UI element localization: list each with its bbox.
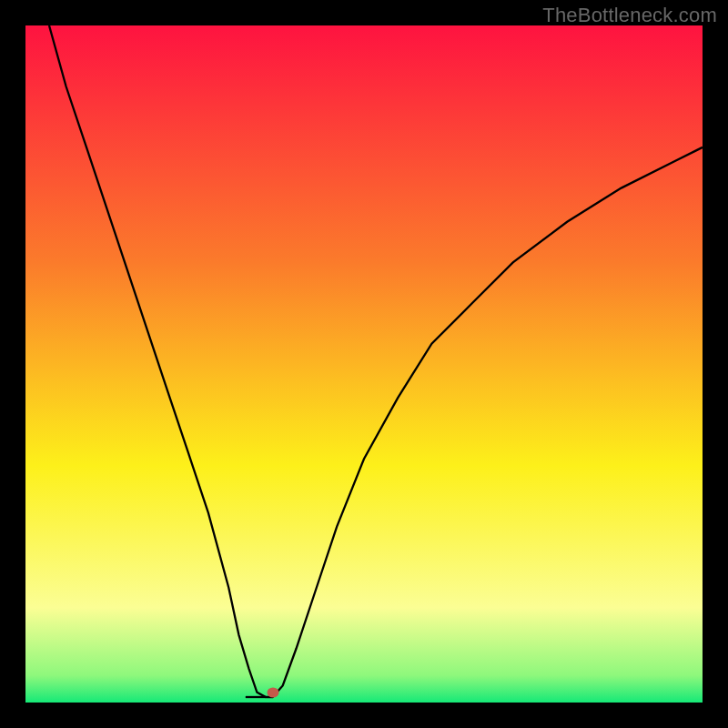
plot-area <box>25 25 703 703</box>
optimum-marker <box>267 687 278 697</box>
watermark-label: TheBottleneck.com <box>542 4 717 27</box>
bottleneck-curve <box>25 25 703 703</box>
chart-frame: TheBottleneck.com <box>0 0 728 728</box>
